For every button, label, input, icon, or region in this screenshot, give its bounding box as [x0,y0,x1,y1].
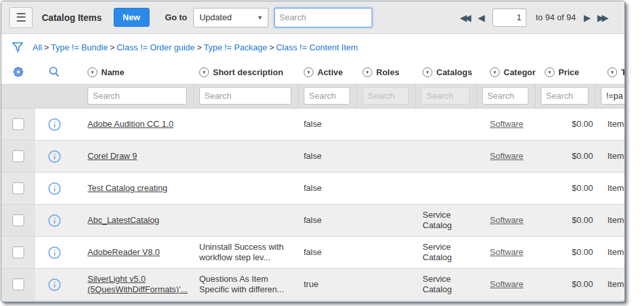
breadcrumb-separator: > [197,42,202,52]
cell-catalogs: Service Catalog [416,274,477,295]
cell-category: Software [477,215,536,226]
breadcrumb-link[interactable]: Type != Bundle [51,42,108,52]
search-input-category[interactable] [482,87,528,105]
column-search-cell [194,84,298,108]
cell-category: Software [477,119,536,129]
row-checkbox[interactable] [12,150,24,162]
personalize-list-gear-button[interactable] [1,65,35,78]
cell-price: $0.00 [536,151,596,162]
record-name-link[interactable]: Abc_LatestCatalog [88,215,159,225]
column-header-type[interactable]: ▾ Type [596,67,625,77]
info-icon[interactable] [48,118,61,131]
last-page-button[interactable]: ▶▶ [597,13,609,22]
column-header-name[interactable]: ▾ Name [73,67,194,77]
column-menu-caret-icon[interactable]: ▾ [607,67,617,77]
column-menu-caret-icon[interactable]: ▾ [362,67,372,77]
cell-category: Software [477,151,536,162]
column-menu-caret-icon[interactable]: ▾ [490,67,500,77]
info-icon[interactable] [48,150,61,163]
cell-price: $0.00 [536,183,596,194]
search-input-type[interactable] [601,87,625,105]
search-input-shortdesc[interactable] [199,87,291,105]
record-name-link[interactable]: Adobe Audition CC 1.0 [88,119,174,129]
search-input-name[interactable] [88,87,187,105]
row-checkbox-cell [1,237,35,268]
cell-type: Item [596,215,625,226]
column-header-category[interactable]: ▾ Category [477,67,536,77]
column-header-roles[interactable]: ▾ Roles [357,67,416,77]
record-name-link[interactable]: Test Catalog creating [88,183,167,193]
list-rows: Adobe Audition CC 1.0 false Software $0.… [1,109,624,301]
category-link[interactable]: Software [490,215,523,225]
row-checkbox[interactable] [12,279,24,290]
info-icon[interactable] [48,278,61,292]
column-header-label: Active [317,67,343,77]
row-info-cell [35,278,73,292]
gear-icon [12,65,25,78]
cell-name: AdobeReader V8.0 [73,247,194,258]
category-link[interactable]: Software [490,119,523,129]
search-input-active[interactable] [304,87,350,105]
row-checkbox-cell [1,269,35,300]
first-page-button[interactable]: ◀◀ [460,13,472,22]
filter-funnel-icon[interactable] [11,41,24,54]
row-info-cell [35,150,73,163]
row-checkbox[interactable] [12,246,24,258]
column-menu-caret-icon[interactable]: ▾ [88,67,97,77]
record-name-link[interactable]: SilverLight v5.0 (5QuesWithDiffFormats)'… [88,274,187,294]
row-info-cell [35,214,73,228]
column-menu-caret-icon[interactable]: ▾ [304,67,314,77]
search-input-roles [362,87,409,105]
column-search-row [1,84,624,109]
row-checkbox[interactable] [12,182,24,194]
column-search-cell [596,84,625,108]
new-button[interactable]: New [114,8,150,27]
info-icon[interactable] [48,182,61,196]
cell-active: false [298,247,357,258]
next-page-button[interactable]: ▶ [584,13,591,22]
search-input-catalogs [421,87,470,105]
category-link[interactable]: Software [490,151,523,161]
cell-type: Item [596,119,625,129]
list-controls-menu-button[interactable]: ☰ [9,7,33,28]
column-header-label: Type [621,67,625,77]
category-link[interactable]: Software [490,279,523,289]
column-header-shortdesc[interactable]: ▾ Short description [194,67,298,77]
breadcrumb-link[interactable]: All [33,42,42,52]
cell-active: false [298,183,357,194]
goto-selected-value: Updated [199,12,231,22]
info-icon[interactable] [48,246,61,260]
column-header-active[interactable]: ▾ Active [298,67,357,77]
category-link[interactable]: Software [490,247,523,257]
column-header-catalogs[interactable]: ▾ Catalogs [416,67,477,77]
cell-active: false [298,151,357,162]
info-icon[interactable] [48,214,61,228]
row-checkbox-cell [1,173,35,204]
cell-active: true [298,279,357,290]
search-input-price[interactable] [541,87,588,105]
breadcrumb-link[interactable]: Class != Order guide [117,42,195,52]
cell-type: Item [596,151,625,162]
search-cell-spacer [1,84,35,108]
column-header-price[interactable]: ▾ Price [536,67,596,77]
breadcrumb-link[interactable]: Class != Content Item [276,42,358,52]
table-row: Corel Draw 9 false Software $0.00 Item [1,141,624,173]
row-info-cell [35,118,73,131]
column-menu-caret-icon[interactable]: ▾ [199,67,209,77]
goto-search-input[interactable] [274,8,372,27]
cell-active: false [298,215,357,226]
record-name-link[interactable]: Corel Draw 9 [88,151,137,161]
table-row: Adobe Audition CC 1.0 false Software $0.… [1,109,624,141]
cell-name: SilverLight v5.0 (5QuesWithDiffFormats)'… [73,274,194,295]
column-menu-caret-icon[interactable]: ▾ [423,67,432,77]
breadcrumb-link[interactable]: Type != Package [204,42,267,52]
goto-field-select[interactable]: Updated ▼ [193,8,268,27]
current-page-input[interactable] [492,8,526,27]
previous-page-button[interactable]: ◀ [477,13,485,22]
column-header-label: Category [504,67,536,77]
column-menu-caret-icon[interactable]: ▾ [545,67,555,77]
record-name-link[interactable]: AdobeReader V8.0 [88,247,160,257]
row-checkbox[interactable] [12,214,24,226]
row-checkbox[interactable] [12,118,24,130]
list-search-toggle-button[interactable] [35,65,73,78]
